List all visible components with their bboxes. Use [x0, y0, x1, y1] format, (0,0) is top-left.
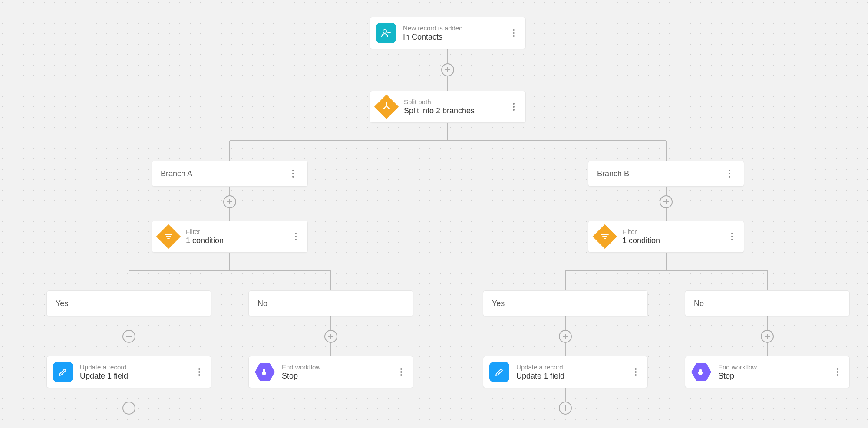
filter-b-node[interactable]: Filter 1 condition: [588, 221, 744, 253]
add-step-button[interactable]: [223, 195, 236, 208]
pencil-icon: [489, 362, 509, 382]
stop-b-type: End workflow: [718, 363, 832, 371]
stop-a-type: End workflow: [282, 363, 396, 371]
filter-a-title: 1 condition: [186, 236, 290, 245]
filter-icon: [593, 224, 617, 249]
branch-b-label[interactable]: Branch B: [588, 161, 744, 187]
filter-b-title: 1 condition: [622, 236, 726, 245]
add-step-button[interactable]: [441, 63, 454, 76]
filter-a-menu[interactable]: [290, 233, 301, 240]
stop-b-node[interactable]: End workflow Stop: [685, 356, 850, 388]
filter-icon: [156, 224, 181, 249]
pencil-icon: [53, 362, 73, 382]
split-title: Split into 2 branches: [404, 106, 508, 115]
trigger-menu[interactable]: [508, 29, 519, 37]
yes-label: Yes: [492, 299, 505, 308]
no-label: No: [257, 299, 267, 308]
branch-b-text: Branch B: [597, 169, 629, 178]
svg-point-25: [383, 108, 384, 109]
update-b-type: Update a record: [516, 363, 630, 371]
split-type: Split path: [404, 98, 508, 105]
add-step-button[interactable]: [660, 195, 673, 208]
update-a-type: Update a record: [80, 363, 194, 371]
stop-icon: [255, 362, 275, 382]
stop-a-node[interactable]: End workflow Stop: [248, 356, 413, 388]
trigger-title: In Contacts: [403, 33, 508, 42]
update-a-node[interactable]: Update a record Update 1 field: [46, 356, 211, 388]
split-icon: [374, 95, 399, 119]
update-b-title: Update 1 field: [516, 372, 630, 381]
stop-b-menu[interactable]: [832, 368, 843, 376]
no-label: No: [694, 299, 704, 308]
update-b-node[interactable]: Update a record Update 1 field: [483, 356, 648, 388]
trigger-node[interactable]: New record is added In Contacts: [370, 17, 526, 49]
split-node[interactable]: Split path Split into 2 branches: [370, 91, 526, 123]
svg-point-26: [389, 108, 389, 109]
stop-a-title: Stop: [282, 372, 396, 381]
yes-label: Yes: [56, 299, 68, 308]
add-step-button[interactable]: [559, 402, 572, 415]
filter-a-node[interactable]: Filter 1 condition: [152, 221, 308, 253]
filter-a-type: Filter: [186, 228, 290, 235]
branch-a-label[interactable]: Branch A: [152, 161, 308, 187]
trigger-type: New record is added: [403, 24, 508, 32]
update-a-title: Update 1 field: [80, 372, 194, 381]
add-step-button[interactable]: [122, 330, 135, 343]
add-step-button[interactable]: [122, 402, 135, 415]
add-step-button[interactable]: [559, 330, 572, 343]
branch-b-menu[interactable]: [724, 170, 735, 178]
branch-a-menu[interactable]: [287, 170, 299, 178]
update-b-menu[interactable]: [630, 368, 641, 376]
stop-b-title: Stop: [718, 372, 832, 381]
stop-a-menu[interactable]: [396, 368, 407, 376]
svg-point-21: [383, 30, 386, 33]
split-menu[interactable]: [508, 103, 519, 111]
person-add-icon: [376, 23, 396, 43]
branch-yes-b[interactable]: Yes: [483, 290, 648, 316]
add-step-button[interactable]: [324, 330, 337, 343]
filter-b-type: Filter: [622, 228, 726, 235]
update-a-menu[interactable]: [194, 368, 205, 376]
branch-no-a[interactable]: No: [248, 290, 413, 316]
filter-b-menu[interactable]: [726, 233, 738, 240]
svg-point-24: [386, 102, 387, 103]
stop-icon: [691, 362, 711, 382]
workflow-canvas[interactable]: New record is added In Contacts Split pa…: [0, 0, 868, 428]
branch-yes-a[interactable]: Yes: [46, 290, 211, 316]
branch-a-text: Branch A: [161, 169, 192, 178]
branch-no-b[interactable]: No: [685, 290, 850, 316]
add-step-button[interactable]: [761, 330, 774, 343]
